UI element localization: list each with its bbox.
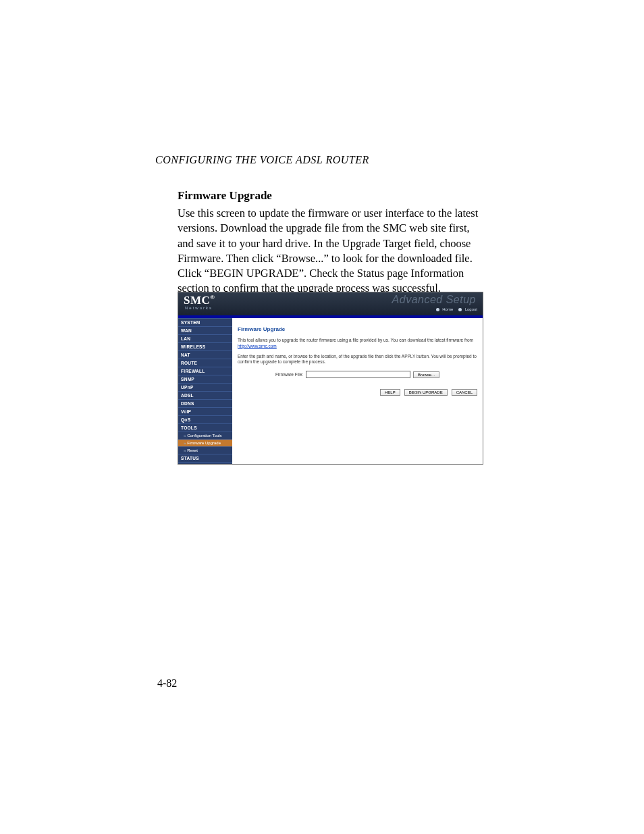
nav-lan[interactable]: LAN bbox=[178, 334, 232, 342]
nav-ddns[interactable]: DDNS bbox=[178, 399, 232, 407]
content-paragraph-1: This tool allows you to upgrade the rout… bbox=[238, 338, 477, 350]
nav-wireless[interactable]: WIRELESS bbox=[178, 342, 232, 350]
logout-link[interactable]: Logout bbox=[465, 307, 477, 311]
bullet-icon: » bbox=[184, 441, 186, 445]
brand-text: SMC bbox=[184, 294, 210, 307]
nav-status[interactable]: STATUS bbox=[178, 454, 232, 462]
nav-tools[interactable]: TOOLS bbox=[178, 423, 232, 432]
nav-sub-configuration-tools[interactable]: »Configuration Tools bbox=[178, 432, 232, 439]
embedded-screenshot: SMC® Networks Advanced Setup Home Logout… bbox=[178, 292, 483, 465]
nav-sub-reset[interactable]: »Reset bbox=[178, 446, 232, 454]
cancel-button[interactable]: CANCEL bbox=[452, 389, 477, 396]
nav-sub-firmware-upgrade[interactable]: »Firmware Upgrade bbox=[178, 439, 232, 446]
nav-snmp[interactable]: SNMP bbox=[178, 375, 232, 383]
home-link[interactable]: Home bbox=[442, 307, 453, 311]
content-paragraph-2: Enter the path and name, or browse to th… bbox=[238, 354, 477, 366]
logout-icon bbox=[458, 308, 462, 311]
document-page: CONFIGURING THE VOICE ADSL ROUTER Firmwa… bbox=[0, 0, 644, 834]
browse-button[interactable]: Browse... bbox=[413, 371, 439, 378]
header-links: Home Logout bbox=[432, 307, 477, 311]
nav-wan[interactable]: WAN bbox=[178, 326, 232, 334]
nav-adsl[interactable]: ADSL bbox=[178, 391, 232, 399]
nav-system[interactable]: SYSTEM bbox=[178, 318, 232, 326]
body-paragraph: Use this screen to update the firmware o… bbox=[178, 206, 483, 296]
nav-firewall[interactable]: FIREWALL bbox=[178, 367, 232, 375]
content-title: Firmware Upgrade bbox=[238, 326, 477, 332]
sidebar-end bbox=[178, 462, 232, 465]
registered-icon: ® bbox=[210, 294, 215, 301]
action-row: HELP BEGIN UPGRADE CANCEL bbox=[238, 389, 477, 396]
nav-qos[interactable]: QoS bbox=[178, 415, 232, 423]
bullet-icon: » bbox=[184, 434, 186, 438]
smc-link[interactable]: http://www.smc.com bbox=[238, 344, 277, 348]
help-button[interactable]: HELP bbox=[380, 389, 400, 396]
begin-upgrade-button[interactable]: BEGIN UPGRADE bbox=[404, 389, 448, 396]
running-head: CONFIGURING THE VOICE ADSL ROUTER bbox=[155, 154, 369, 166]
nav-nat[interactable]: NAT bbox=[178, 350, 232, 359]
page-number: 4-82 bbox=[157, 677, 177, 689]
nav-route[interactable]: ROUTE bbox=[178, 359, 232, 367]
sidebar: SYSTEM WAN LAN WIRELESS NAT ROUTE FIREWA… bbox=[178, 318, 232, 465]
header-tagline: Advanced Setup bbox=[392, 294, 476, 306]
home-icon bbox=[436, 308, 439, 311]
bullet-icon: » bbox=[184, 448, 186, 452]
brand-logo: SMC® bbox=[184, 294, 215, 307]
router-header: SMC® Networks Advanced Setup Home Logout bbox=[178, 292, 483, 315]
firmware-file-row: Firmware File: Browse... bbox=[238, 371, 477, 378]
firmware-file-label: Firmware File: bbox=[275, 372, 303, 377]
content-panel: Firmware Upgrade This tool allows you to… bbox=[232, 318, 483, 465]
section-title: Firmware Upgrade bbox=[178, 189, 272, 203]
nav-voip[interactable]: VoIP bbox=[178, 407, 232, 415]
nav-upnp[interactable]: UPnP bbox=[178, 383, 232, 391]
firmware-file-input[interactable] bbox=[306, 371, 410, 378]
brand-sub: Networks bbox=[185, 306, 213, 310]
router-body: SYSTEM WAN LAN WIRELESS NAT ROUTE FIREWA… bbox=[178, 318, 483, 465]
